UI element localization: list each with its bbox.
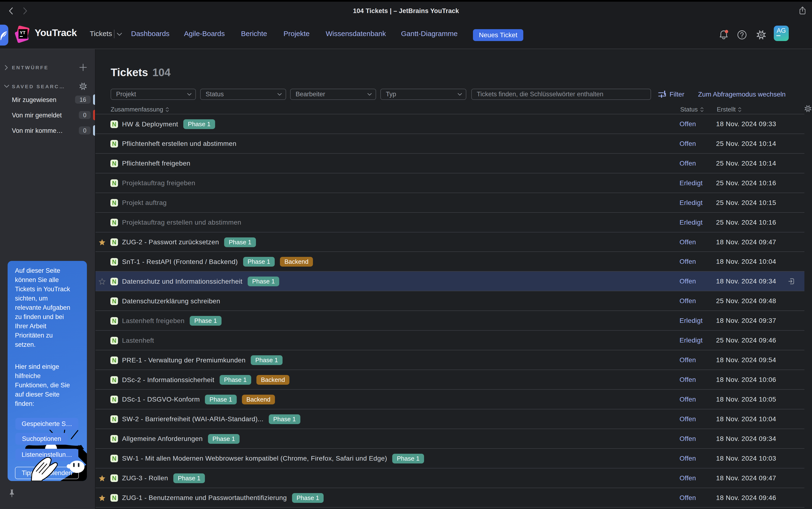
- svg-text:YT: YT: [20, 30, 26, 35]
